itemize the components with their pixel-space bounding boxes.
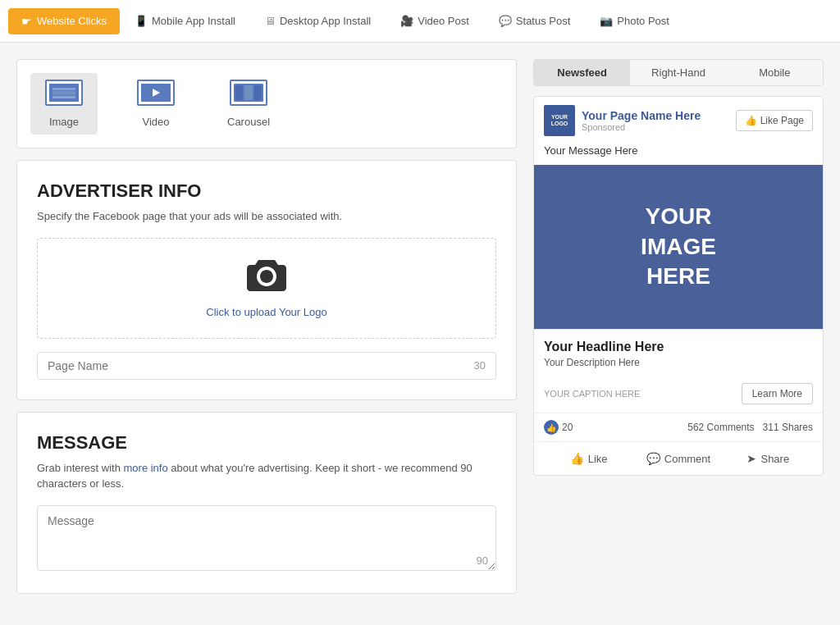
- video-post-label: Video Post: [418, 15, 469, 27]
- video-monitor-shape: [137, 80, 175, 106]
- ad-caption: YOUR CAPTION HERE: [544, 389, 640, 399]
- more-info-link[interactable]: more info: [124, 462, 168, 474]
- top-navigation: ☛ Website Clicks 📱 Mobile App Install 🖥 …: [0, 0, 840, 43]
- main-container: Image Video: [0, 43, 840, 610]
- ad-description: Your Description Here: [544, 357, 813, 368]
- photo-post-label: Photo Post: [617, 15, 669, 27]
- learn-more-button[interactable]: Learn More: [742, 383, 813, 404]
- ad-message-text: Your Message Here: [534, 144, 823, 165]
- video-format-label: Video: [142, 116, 169, 128]
- format-selector: Image Video: [16, 59, 517, 148]
- camera-icon: [247, 258, 286, 299]
- format-carousel[interactable]: Carousel: [214, 73, 283, 135]
- thumbs-up-icon: 👍: [745, 115, 757, 126]
- page-name-input-row: 30: [37, 352, 496, 380]
- page-name-char-count: 30: [474, 359, 486, 372]
- carousel-panel-3: [254, 85, 262, 100]
- like-page-label: Like Page: [760, 115, 804, 126]
- comment-action-icon: 💬: [646, 452, 660, 465]
- message-textarea-row: 90: [37, 505, 496, 573]
- mobile-app-label: Mobile App Install: [152, 15, 235, 27]
- page-text-info: Your Page Name Here Sponsored: [582, 109, 701, 132]
- ad-headline: Your Headline Here: [544, 340, 813, 354]
- image-format-label: Image: [49, 116, 79, 128]
- video-format-icon: [135, 80, 176, 111]
- tab-right-hand[interactable]: Right-Hand: [630, 60, 726, 85]
- share-action-button[interactable]: ➤ Share: [724, 447, 813, 470]
- like-action-label: Like: [588, 453, 608, 465]
- status-post-nav-btn[interactable]: 💬 Status Post: [484, 0, 585, 42]
- ad-actions-bar: 👍 Like 💬 Comment ➤ Share: [534, 442, 823, 475]
- tab-mobile[interactable]: Mobile: [727, 60, 823, 85]
- carousel-panel-1: [235, 85, 243, 100]
- logo-upload-area[interactable]: Click to upload Your Logo: [37, 238, 496, 339]
- advertiser-info-card: ADVERTISER INFO Specify the Facebook pag…: [16, 160, 517, 400]
- website-clicks-label: Website Clicks: [37, 15, 107, 27]
- ad-preview-card: YOUR LOGO Your Page Name Here Sponsored …: [533, 96, 824, 476]
- image-text-line3: HERE: [641, 262, 716, 291]
- upload-label: Click to upload Your Logo: [206, 306, 326, 318]
- carousel-screen: [234, 84, 263, 102]
- monitor-screen: [49, 84, 79, 102]
- carousel-panel-2: [244, 85, 252, 100]
- desktop-app-label: Desktop App Install: [280, 15, 371, 27]
- status-post-label: Status Post: [516, 15, 570, 27]
- like-count: 👍 20: [544, 420, 573, 435]
- page-name-display: Your Page Name Here: [582, 109, 701, 122]
- message-char-count: 90: [477, 554, 488, 567]
- like-action-button[interactable]: 👍 Like: [544, 447, 633, 470]
- carousel-format-label: Carousel: [227, 116, 270, 128]
- website-clicks-nav-btn[interactable]: ☛ Website Clicks: [8, 8, 120, 34]
- ad-content-area: Your Headline Here Your Description Here: [534, 329, 823, 383]
- preview-tabs: Newsfeed Right-Hand Mobile: [533, 59, 824, 86]
- like-page-button[interactable]: 👍 Like Page: [736, 110, 813, 131]
- video-screen: [141, 84, 171, 102]
- carousel-format-icon: [228, 80, 269, 111]
- comment-action-button[interactable]: 💬 Comment: [633, 447, 723, 470]
- page-name-input[interactable]: [48, 359, 474, 372]
- mobile-app-nav-btn[interactable]: 📱 Mobile App Install: [120, 0, 250, 42]
- logo-line2: LOGO: [551, 121, 568, 127]
- comments-count: 562 Comments: [687, 422, 754, 433]
- monitor-shape: [45, 80, 83, 106]
- logo-line1: YOUR: [551, 114, 568, 121]
- ad-image-placeholder: YOUR IMAGE HERE: [534, 165, 823, 329]
- like-number: 20: [562, 422, 573, 433]
- ad-stats: 👍 20 562 Comments 311 Shares: [534, 413, 823, 442]
- play-icon: [153, 89, 160, 97]
- sponsored-label: Sponsored: [582, 122, 701, 132]
- page-logo: YOUR LOGO: [544, 105, 575, 136]
- message-section-title: MESSAGE: [37, 432, 496, 454]
- like-circle-icon: 👍: [544, 420, 559, 435]
- right-panel: Newsfeed Right-Hand Mobile YOUR LOGO You…: [533, 59, 824, 594]
- format-image[interactable]: Image: [30, 73, 98, 135]
- desktop-app-nav-btn[interactable]: 🖥 Desktop App Install: [250, 0, 386, 42]
- share-action-icon: ➤: [746, 452, 756, 465]
- advertiser-description: Specify the Facebook page that your ads …: [37, 208, 496, 225]
- advertiser-section-title: ADVERTISER INFO: [37, 180, 496, 202]
- status-icon: 💬: [499, 15, 512, 27]
- message-textarea[interactable]: [37, 505, 496, 571]
- video-post-nav-btn[interactable]: 🎥 Video Post: [386, 0, 484, 42]
- comments-shares-text: 562 Comments 311 Shares: [687, 422, 813, 433]
- mobile-icon: 📱: [135, 15, 148, 27]
- image-text-line1: YOUR: [641, 202, 716, 231]
- desktop-icon: 🖥: [265, 15, 276, 27]
- hand-icon: ☛: [21, 15, 32, 28]
- ad-header: YOUR LOGO Your Page Name Here Sponsored …: [534, 97, 823, 144]
- ad-footer: YOUR CAPTION HERE Learn More: [534, 383, 823, 413]
- image-text-line2: IMAGE: [641, 232, 716, 262]
- video-icon: 🎥: [400, 15, 413, 27]
- shares-count: 311 Shares: [763, 422, 813, 433]
- ad-page-info: YOUR LOGO Your Page Name Here Sponsored: [544, 105, 701, 136]
- share-action-label: Share: [760, 453, 789, 465]
- message-description: Grab interest with more info about what …: [37, 460, 496, 492]
- tab-newsfeed[interactable]: Newsfeed: [534, 60, 630, 85]
- ad-image-text: YOUR IMAGE HERE: [641, 202, 716, 291]
- like-action-icon: 👍: [570, 452, 584, 465]
- format-video[interactable]: Video: [122, 73, 189, 135]
- comment-action-label: Comment: [664, 453, 710, 465]
- carousel-monitor-shape: [230, 80, 267, 106]
- photo-post-nav-btn[interactable]: 📷 Photo Post: [585, 0, 684, 42]
- left-panel: Image Video: [16, 59, 517, 594]
